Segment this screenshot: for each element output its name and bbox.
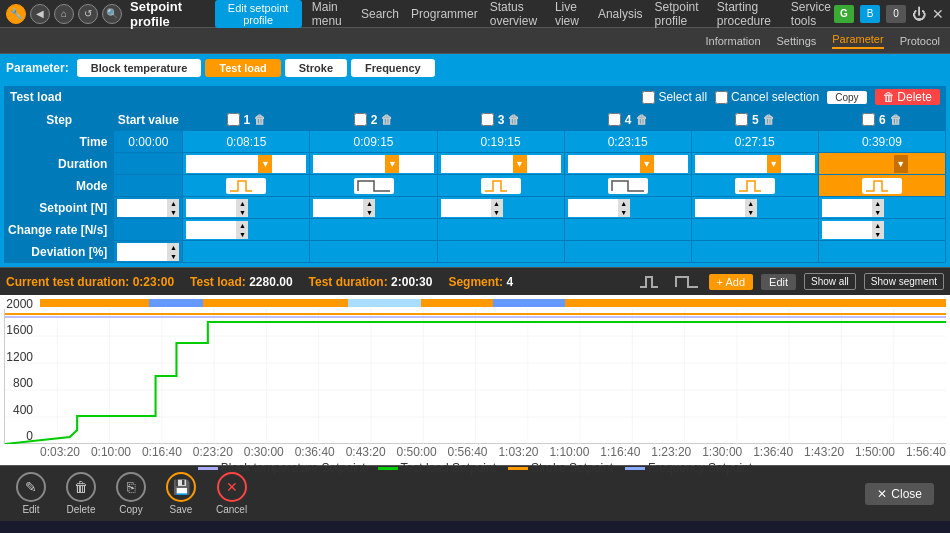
mode-2-icon[interactable]	[354, 178, 394, 194]
copy-btn[interactable]: Copy	[827, 91, 866, 104]
nav-service-tools[interactable]: Service tools	[791, 0, 834, 28]
show-all-btn[interactable]: Show all	[804, 273, 856, 290]
cancel-selection-checkbox[interactable]	[715, 91, 728, 104]
duration-3-arrow[interactable]: ▼	[513, 155, 527, 173]
duration-3-wrapper[interactable]: 000:10:00 ▼	[441, 155, 561, 173]
nav-search[interactable]: Search	[361, 7, 399, 21]
col6-delete-icon[interactable]: 🗑	[890, 113, 902, 127]
show-segment-btn[interactable]: Show segment	[864, 273, 944, 290]
duration-3-input[interactable]: 000:10:00	[441, 155, 513, 173]
cr6-down[interactable]: ▼	[872, 230, 884, 239]
duration-1-arrow[interactable]: ▼	[258, 155, 272, 173]
tab-block-temperature[interactable]: Block temperature	[77, 59, 202, 77]
cancel-selection-label[interactable]: Cancel selection	[715, 90, 819, 104]
mode-4-icon[interactable]	[608, 178, 648, 194]
nav-live-view[interactable]: Live view	[555, 0, 586, 28]
sp3-up[interactable]: ▲	[491, 199, 503, 208]
back-btn[interactable]: ◀	[30, 4, 50, 24]
nav-settings[interactable]: Settings	[777, 35, 817, 47]
toolbar-cancel[interactable]: ✕ Cancel	[216, 472, 247, 515]
add-segment-btn[interactable]: + Add	[709, 274, 753, 290]
setpoint-2-input[interactable]: 200	[313, 199, 363, 217]
nav-status-overview[interactable]: Status overview	[490, 0, 543, 28]
duration-2-input[interactable]: 000:01:00	[313, 155, 385, 173]
sp6-up[interactable]: ▲	[872, 199, 884, 208]
sp2-up[interactable]: ▲	[363, 199, 375, 208]
duration-1-input[interactable]: 000:08:15	[186, 155, 258, 173]
mode-5-icon[interactable]	[735, 178, 775, 194]
duration-5-arrow[interactable]: ▼	[767, 155, 781, 173]
cr1-up[interactable]: ▲	[236, 221, 248, 230]
search-btn[interactable]: 🔍	[102, 4, 122, 24]
col4-delete-icon[interactable]: 🗑	[636, 113, 648, 127]
col1-checkbox[interactable]	[227, 113, 240, 126]
col4-checkbox[interactable]	[608, 113, 621, 126]
deviation-start-input[interactable]: 1.0	[117, 243, 167, 261]
setpoint-6-input[interactable]: 1800	[822, 199, 872, 217]
setpoint-start-down[interactable]: ▼	[167, 208, 179, 217]
forward-btn[interactable]: ⌂	[54, 4, 74, 24]
nav-main-menu[interactable]: Main menu	[312, 0, 349, 28]
toolbar-copy[interactable]: ⎘ Copy	[116, 472, 146, 515]
sp2-down[interactable]: ▼	[363, 208, 375, 217]
sp6-down[interactable]: ▼	[872, 208, 884, 217]
col3-checkbox[interactable]	[481, 113, 494, 126]
sp5-down[interactable]: ▼	[745, 208, 757, 217]
col1-delete-icon[interactable]: 🗑	[254, 113, 266, 127]
duration-4-wrapper[interactable]: 000:04:00 ▼	[568, 155, 688, 173]
duration-2-wrapper[interactable]: 000:01:00 ▼	[313, 155, 433, 173]
delete-btn[interactable]: 🗑 Delete	[875, 89, 940, 105]
sp1-up[interactable]: ▲	[236, 199, 248, 208]
setpoint-4-input[interactable]: 1000	[568, 199, 618, 217]
cr1-down[interactable]: ▼	[236, 230, 248, 239]
toolbar-save[interactable]: 💾 Save	[166, 472, 196, 515]
duration-6-wrapper[interactable]: 000:11:54 ▼	[822, 155, 942, 173]
duration-5-wrapper[interactable]: 000:04:00 ▼	[695, 155, 815, 173]
green-btn[interactable]: G	[834, 5, 854, 23]
nav-analysis[interactable]: Analysis	[598, 7, 643, 21]
toolbar-edit[interactable]: ✎ Edit	[16, 472, 46, 515]
dev-down[interactable]: ▼	[167, 252, 179, 261]
sp4-down[interactable]: ▼	[618, 208, 630, 217]
col2-checkbox[interactable]	[354, 113, 367, 126]
duration-6-arrow[interactable]: ▼	[894, 155, 908, 173]
sp1-down[interactable]: ▼	[236, 208, 248, 217]
setpoint-5-input[interactable]: 1500	[695, 199, 745, 217]
close-toolbar-btn[interactable]: ✕ Close	[865, 483, 934, 505]
nav-information[interactable]: Information	[706, 35, 761, 47]
sp3-down[interactable]: ▼	[491, 208, 503, 217]
col6-checkbox[interactable]	[862, 113, 875, 126]
select-all-checkbox[interactable]	[642, 91, 655, 104]
tab-test-load[interactable]: Test load	[205, 59, 280, 77]
tab-frequency[interactable]: Frequency	[351, 59, 435, 77]
setpoint-3-input[interactable]: 500	[441, 199, 491, 217]
col2-delete-icon[interactable]: 🗑	[381, 113, 393, 127]
nav-protocol[interactable]: Protocol	[900, 35, 940, 47]
change-rate-1-input[interactable]: 0.200000	[186, 221, 236, 239]
duration-4-input[interactable]: 000:04:00	[568, 155, 640, 173]
power-btn[interactable]: ⏻	[912, 6, 926, 22]
refresh-btn[interactable]: ↺	[78, 4, 98, 24]
setpoint-start-up[interactable]: ▲	[167, 199, 179, 208]
duration-5-input[interactable]: 000:04:00	[695, 155, 767, 173]
notification-btn[interactable]: 0	[886, 5, 906, 23]
nav-parameter[interactable]: Parameter	[832, 33, 883, 49]
col5-checkbox[interactable]	[735, 113, 748, 126]
sp5-up[interactable]: ▲	[745, 199, 757, 208]
duration-4-arrow[interactable]: ▼	[640, 155, 654, 173]
toolbar-delete[interactable]: 🗑 Delete	[66, 472, 96, 515]
cr6-up[interactable]: ▲	[872, 221, 884, 230]
mode-6-icon[interactable]	[862, 178, 902, 194]
col3-delete-icon[interactable]: 🗑	[508, 113, 520, 127]
duration-1-wrapper[interactable]: 000:08:15 ▼	[186, 155, 306, 173]
tab-stroke[interactable]: Stroke	[285, 59, 347, 77]
edit-setpoint-btn[interactable]: Edit setpoint profile	[215, 0, 302, 28]
nav-setpoint-profile[interactable]: Setpoint profile	[655, 0, 705, 28]
setpoint-1-input[interactable]: 100	[186, 199, 236, 217]
duration-2-arrow[interactable]: ▼	[385, 155, 399, 173]
sp4-up[interactable]: ▲	[618, 199, 630, 208]
blue-btn[interactable]: B	[860, 5, 880, 23]
dev-up[interactable]: ▲	[167, 243, 179, 252]
edit-segment-btn[interactable]: Edit	[761, 274, 796, 290]
mode-3-icon[interactable]	[481, 178, 521, 194]
